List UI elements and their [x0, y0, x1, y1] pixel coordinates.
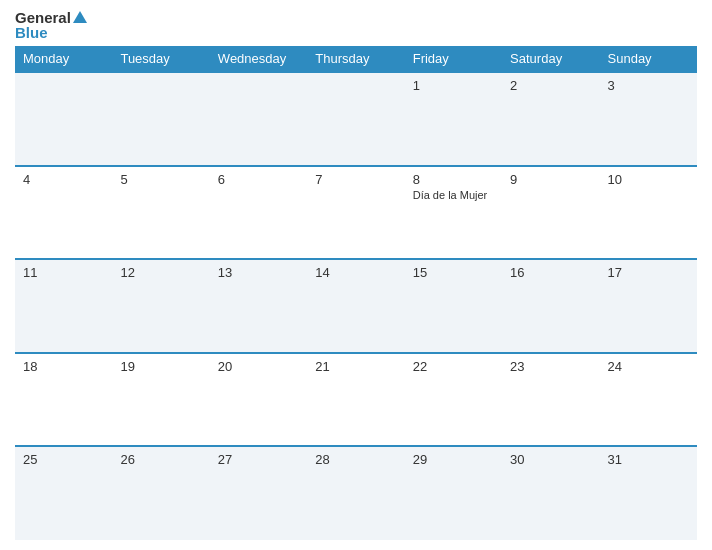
calendar-cell: 30 — [502, 446, 599, 540]
calendar-cell: 4 — [15, 166, 112, 260]
calendar-cell: 22 — [405, 353, 502, 447]
day-header-friday: Friday — [405, 46, 502, 72]
calendar-week-row: 25262728293031 — [15, 446, 697, 540]
day-number: 21 — [315, 359, 396, 374]
calendar-cell: 12 — [112, 259, 209, 353]
day-header-tuesday: Tuesday — [112, 46, 209, 72]
calendar-cell: 29 — [405, 446, 502, 540]
logo-general-text: General — [15, 10, 71, 25]
day-number: 7 — [315, 172, 396, 187]
calendar-cell: 17 — [600, 259, 697, 353]
day-header-thursday: Thursday — [307, 46, 404, 72]
day-header-sunday: Sunday — [600, 46, 697, 72]
calendar-cell: 1 — [405, 72, 502, 166]
day-number: 9 — [510, 172, 591, 187]
day-number: 4 — [23, 172, 104, 187]
day-number: 22 — [413, 359, 494, 374]
day-number: 24 — [608, 359, 689, 374]
calendar-cell: 20 — [210, 353, 307, 447]
days-header-row: MondayTuesdayWednesdayThursdayFridaySatu… — [15, 46, 697, 72]
day-number: 14 — [315, 265, 396, 280]
calendar-cell: 14 — [307, 259, 404, 353]
day-number: 12 — [120, 265, 201, 280]
calendar-cell: 6 — [210, 166, 307, 260]
calendar-cell: 9 — [502, 166, 599, 260]
calendar-cell: 8Día de la Mujer — [405, 166, 502, 260]
day-number: 13 — [218, 265, 299, 280]
calendar-week-row: 18192021222324 — [15, 353, 697, 447]
calendar-week-row: 45678Día de la Mujer910 — [15, 166, 697, 260]
day-number: 15 — [413, 265, 494, 280]
calendar-cell: 3 — [600, 72, 697, 166]
calendar-cell: 21 — [307, 353, 404, 447]
calendar-cell: 16 — [502, 259, 599, 353]
calendar-week-row: 123 — [15, 72, 697, 166]
calendar-cell: 24 — [600, 353, 697, 447]
calendar-week-row: 11121314151617 — [15, 259, 697, 353]
calendar-cell — [210, 72, 307, 166]
calendar-cell: 13 — [210, 259, 307, 353]
event-label: Día de la Mujer — [413, 189, 494, 201]
day-number: 28 — [315, 452, 396, 467]
day-number: 3 — [608, 78, 689, 93]
day-number: 23 — [510, 359, 591, 374]
day-header-monday: Monday — [15, 46, 112, 72]
calendar-cell: 15 — [405, 259, 502, 353]
calendar-cell: 7 — [307, 166, 404, 260]
day-number: 30 — [510, 452, 591, 467]
day-number: 19 — [120, 359, 201, 374]
calendar-cell: 25 — [15, 446, 112, 540]
day-number: 8 — [413, 172, 494, 187]
day-number: 5 — [120, 172, 201, 187]
day-header-saturday: Saturday — [502, 46, 599, 72]
day-number: 17 — [608, 265, 689, 280]
day-number: 16 — [510, 265, 591, 280]
day-number: 2 — [510, 78, 591, 93]
calendar-cell: 5 — [112, 166, 209, 260]
logo: GeneralBlue — [15, 10, 87, 40]
calendar-cell — [112, 72, 209, 166]
day-number: 20 — [218, 359, 299, 374]
day-number: 26 — [120, 452, 201, 467]
logo-triangle-icon — [73, 11, 87, 23]
calendar-cell: 28 — [307, 446, 404, 540]
day-number: 27 — [218, 452, 299, 467]
calendar-cell: 18 — [15, 353, 112, 447]
calendar-cell: 23 — [502, 353, 599, 447]
day-number: 6 — [218, 172, 299, 187]
calendar-cell — [307, 72, 404, 166]
calendar-cell: 26 — [112, 446, 209, 540]
calendar-cell: 10 — [600, 166, 697, 260]
day-number: 11 — [23, 265, 104, 280]
calendar-cell: 2 — [502, 72, 599, 166]
calendar-cell: 11 — [15, 259, 112, 353]
day-number: 1 — [413, 78, 494, 93]
calendar-cell: 19 — [112, 353, 209, 447]
day-number: 18 — [23, 359, 104, 374]
calendar-cell: 31 — [600, 446, 697, 540]
day-header-wednesday: Wednesday — [210, 46, 307, 72]
day-number: 25 — [23, 452, 104, 467]
day-number: 10 — [608, 172, 689, 187]
calendar-cell: 27 — [210, 446, 307, 540]
logo-blue-text: Blue — [15, 24, 48, 41]
calendar-header: GeneralBlue — [15, 10, 697, 40]
day-number: 31 — [608, 452, 689, 467]
calendar-cell — [15, 72, 112, 166]
day-number: 29 — [413, 452, 494, 467]
calendar-table: MondayTuesdayWednesdayThursdayFridaySatu… — [15, 46, 697, 540]
